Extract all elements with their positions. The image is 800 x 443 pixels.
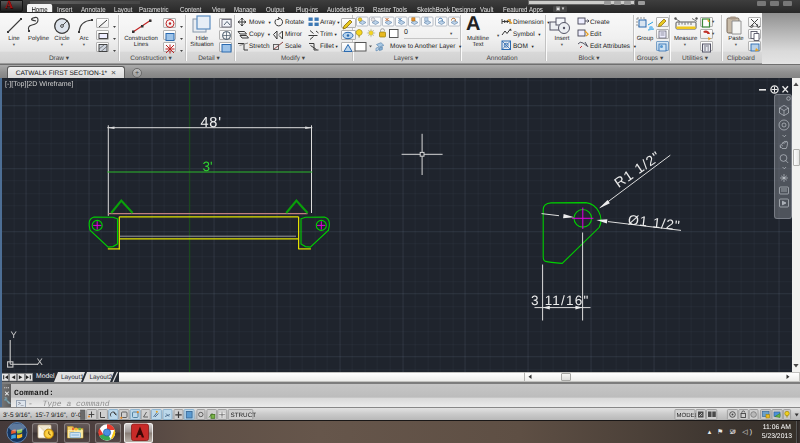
svg-text:3 11/16": 3 11/16": [531, 293, 589, 308]
svg-text:R1 1/2": R1 1/2": [611, 148, 663, 191]
svg-text:STRUCT: STRUCT: [231, 412, 257, 419]
svg-text:Ø1 1/2": Ø1 1/2": [627, 211, 681, 233]
svg-text:X: X: [37, 357, 44, 368]
svg-text:MODEL: MODEL: [677, 412, 699, 419]
svg-text:48': 48': [201, 115, 222, 131]
svg-text:Y: Y: [11, 330, 18, 341]
svg-text:3': 3': [203, 159, 213, 174]
